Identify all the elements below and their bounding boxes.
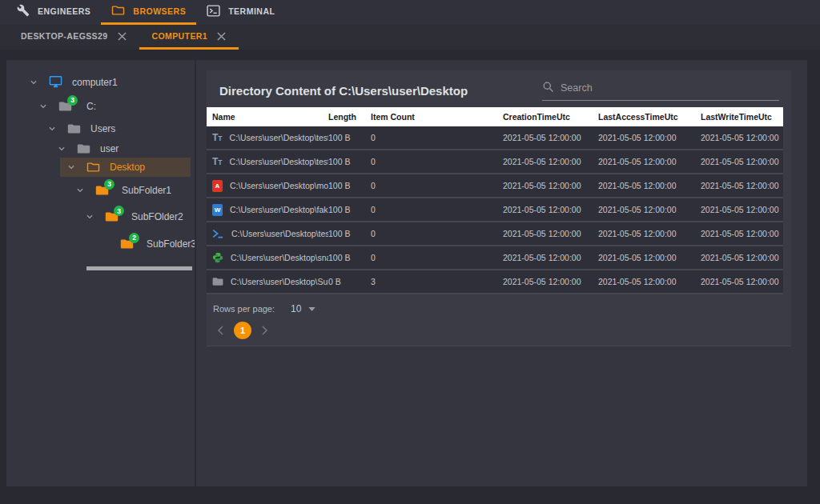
tree-item-subfolder3[interactable]: 2 SubFolder3	[99, 230, 195, 257]
tab-browsers[interactable]: BROWSERS	[101, 0, 196, 25]
file-item-count: 0	[371, 229, 503, 238]
horizontal-scrollbar[interactable]	[86, 266, 192, 270]
tree-item-label: SubFolder3	[147, 238, 196, 250]
tree-item-subfolder1[interactable]: 3 SubFolder1	[74, 177, 195, 203]
file-item-count: 0	[371, 133, 503, 142]
tab-label: BROWSERS	[133, 6, 186, 16]
tree-item-desktop[interactable]: Desktop	[60, 158, 191, 177]
page-number-button[interactable]: 1	[234, 322, 251, 339]
tab-label: TERMINAL	[228, 6, 275, 16]
rows-per-page-label: Rows per page:	[213, 304, 275, 314]
tree-item-label: user	[100, 143, 119, 154]
tree-item-label: computer1	[72, 77, 118, 88]
file-item-count: 3	[371, 277, 503, 286]
tab-engineers[interactable]: ENGINEERS	[6, 0, 101, 25]
caret-down-icon	[308, 307, 316, 311]
file-creation-time: 2021-05-05 12:00:00	[503, 181, 598, 190]
file-last-access-time: 2021-05-05 12:00:00	[598, 157, 701, 166]
table-row[interactable]: C:\Users\user\Desktop\snake.py 100 B 0 2…	[207, 246, 783, 270]
tab-terminal[interactable]: TERMINAL	[196, 0, 285, 25]
search-input[interactable]	[561, 82, 779, 94]
file-item-count: 0	[371, 157, 503, 166]
file-last-access-time: 2021-05-05 12:00:00	[598, 133, 701, 142]
chevron-down-icon[interactable]	[66, 162, 77, 173]
tree-item-subfolder2[interactable]: 3 SubFOlder2	[84, 203, 195, 230]
item-count-badge: 3	[114, 206, 124, 216]
close-icon[interactable]	[217, 32, 226, 41]
search-icon	[542, 81, 554, 96]
chevron-down-icon[interactable]	[84, 211, 95, 222]
tree-item-users[interactable]: Users	[46, 118, 195, 139]
file-creation-time: 2021-05-05 12:00:00	[503, 205, 598, 214]
pagination: Rows per page: 10 1	[207, 294, 791, 346]
chevron-down-icon[interactable]	[28, 77, 39, 88]
page-title: Directory Content of C:\Users\user\Deskt…	[219, 84, 468, 98]
column-header-creation-time: CreationTimeUtc	[503, 112, 598, 122]
folder-icon: 2	[120, 238, 135, 250]
chevron-down-icon[interactable]	[56, 143, 67, 154]
folder-icon: 3	[105, 210, 119, 223]
wrench-icon	[17, 4, 30, 18]
folder-icon	[77, 142, 91, 155]
folder-icon	[67, 122, 82, 135]
app-tab-bar: ENGINEERS BROWSERS TERMINAL	[0, 0, 820, 25]
tree-item-c-drive[interactable]: 3 C:	[38, 94, 195, 118]
file-creation-time: 2021-05-05 12:00:00	[503, 253, 598, 262]
folder-icon: 3	[58, 100, 73, 113]
pdf-file-icon: A	[212, 180, 223, 192]
file-last-access-time: 2021-05-05 12:00:00	[598, 253, 701, 262]
computer-icon	[49, 76, 63, 89]
python-file-icon	[212, 252, 223, 263]
directory-table: Name Length Item Count CreationTimeUtc L…	[207, 107, 783, 294]
column-header-last-write-time: LastWriteTimeUtc	[701, 112, 783, 122]
file-last-access-time: 2021-05-05 12:00:00	[598, 205, 701, 214]
table-row[interactable]: C:\Users\user\Desktop\SubFolder1 0 B 3 2…	[207, 270, 783, 294]
session-tab-label: DESKTOP-AEGSS29	[21, 31, 108, 41]
file-item-count: 0	[371, 205, 503, 214]
rows-per-page-select[interactable]: 10	[291, 303, 316, 314]
file-creation-time: 2021-05-05 12:00:00	[503, 229, 598, 238]
file-length: 0 B	[328, 277, 371, 286]
file-length: 100 B	[328, 133, 371, 142]
chevron-down-icon[interactable]	[38, 101, 49, 112]
file-tree-sidebar: computer1 3 C: Users user	[6, 60, 196, 486]
folder-icon	[111, 5, 125, 18]
file-creation-time: 2021-05-05 12:00:00	[503, 277, 598, 286]
table-row[interactable]: W C:\Users\user\Desktop\fake.docx 100 B …	[207, 198, 783, 222]
tree-item-label: SubFolder1	[122, 185, 171, 196]
file-creation-time: 2021-05-05 12:00:00	[503, 157, 598, 166]
file-last-write-time: 2021-05-05 12:00:00	[701, 229, 783, 238]
next-page-button[interactable]	[258, 323, 272, 338]
close-icon[interactable]	[118, 32, 127, 41]
file-length: 100 B	[328, 253, 371, 262]
previous-page-button[interactable]	[213, 323, 227, 338]
file-creation-time: 2021-05-05 12:00:00	[503, 133, 598, 142]
session-tab-computer1[interactable]: COMPUTER1	[139, 25, 239, 50]
file-last-access-time: 2021-05-05 12:00:00	[598, 277, 701, 286]
table-row[interactable]: TT C:\Users\user\Desktop\test.txt 100 B …	[207, 126, 783, 150]
table-row[interactable]: A C:\Users\user\Desktop\mock.pdf 100 B 0…	[207, 174, 783, 198]
file-last-access-time: 2021-05-05 12:00:00	[598, 181, 701, 190]
word-file-icon: W	[212, 204, 223, 216]
file-item-count: 0	[371, 253, 503, 262]
session-tab-strip: DESKTOP-AEGSS29 COMPUTER1	[0, 25, 820, 50]
item-count-badge: 3	[104, 179, 115, 190]
search-box	[542, 81, 779, 101]
folder-icon: 3	[95, 184, 110, 197]
file-path: C:\Users\user\Desktop\test.ps1	[231, 229, 328, 238]
powershell-file-icon	[212, 229, 224, 238]
table-row[interactable]: TT C:\Users\user\Desktop\test2.txt 100 B…	[207, 150, 783, 174]
column-header-item-count: Item Count	[371, 112, 503, 122]
tree-item-label: Desktop	[110, 162, 145, 173]
tree-item-computer1[interactable]: computer1	[28, 70, 195, 94]
file-path: C:\Users\user\Desktop\fake.docx	[230, 205, 328, 214]
session-tab-desktop-aegss29[interactable]: DESKTOP-AEGSS29	[8, 25, 139, 50]
folder-icon	[212, 277, 223, 286]
table-row[interactable]: C:\Users\user\Desktop\test.ps1 100 B 0 2…	[207, 222, 783, 246]
file-path: C:\Users\user\Desktop\mock.pdf	[230, 181, 328, 190]
tree-item-user[interactable]: user	[56, 139, 195, 158]
file-last-write-time: 2021-05-05 12:00:00	[701, 277, 783, 286]
file-last-write-time: 2021-05-05 12:00:00	[701, 157, 783, 166]
chevron-down-icon[interactable]	[74, 185, 86, 196]
chevron-down-icon[interactable]	[46, 123, 58, 134]
